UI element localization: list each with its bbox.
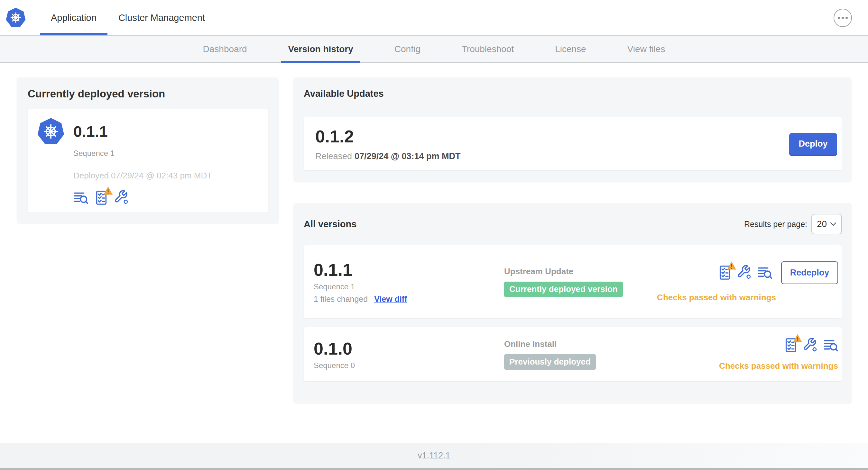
update-version-number: 0.1.2 (315, 126, 789, 146)
tab-application-label: Application (51, 12, 96, 23)
currently-deployed-title: Currently deployed version (28, 88, 268, 100)
results-per-page-select[interactable]: 20 (811, 214, 842, 234)
version-source: Upstream Update (504, 267, 657, 276)
subnav-troubleshoot[interactable]: Troubleshoot (441, 36, 534, 62)
row-sequence: Sequence 1 (314, 282, 504, 291)
warning-triangle-icon (103, 186, 113, 195)
row-sequence: Sequence 0 (314, 361, 504, 370)
checks-status-text: Checks passed with warnings (657, 293, 776, 303)
ellipsis-icon (838, 17, 840, 19)
admin-console-page: Application Cluster Management Dashboard… (0, 0, 868, 470)
tab-cluster-management[interactable]: Cluster Management (107, 0, 216, 35)
preflight-checks-warning-icon[interactable] (717, 265, 732, 280)
console-version: v1.112.1 (417, 451, 451, 461)
preflight-checks-warning-icon[interactable] (94, 190, 109, 205)
row-version-number: 0.1.0 (314, 338, 504, 359)
results-per-page-label: Results per page: (744, 220, 807, 229)
current-version-number: 0.1.1 (73, 123, 108, 140)
wrench-config-icon[interactable] (737, 265, 752, 280)
subnav-license[interactable]: License (534, 36, 607, 62)
more-options-button[interactable] (834, 9, 852, 27)
checks-status-text: Checks passed with warnings (719, 361, 838, 371)
warning-triangle-icon (793, 334, 802, 343)
warning-triangle-icon (727, 261, 736, 270)
all-versions-panel: All versions Results per page: 20 0.1.1 … (293, 203, 851, 403)
available-update-card: 0.1.2 Released07/29/24 @ 03:14 pm MDT De… (304, 117, 842, 170)
row-version-number: 0.1.1 (314, 260, 504, 280)
kubernetes-logo (6, 8, 26, 28)
deploy-button[interactable]: Deploy (789, 133, 837, 155)
released-label: Released (315, 152, 352, 161)
current-version-deployed-date: Deployed 07/29/24 @ 02:43 pm MDT (73, 171, 259, 181)
results-per-page-value: 20 (817, 219, 827, 229)
files-changed-label: 1 files changed (314, 295, 368, 304)
available-updates-panel: Available Updates 0.1.2 Released07/29/24… (293, 77, 851, 182)
app-subnav: Dashboard Version history Config Trouble… (0, 35, 868, 63)
available-updates-title: Available Updates (304, 89, 842, 99)
subnav-view-files[interactable]: View files (607, 36, 686, 62)
released-date: 07/29/24 @ 03:14 pm MDT (354, 152, 460, 161)
preflight-checks-warning-icon[interactable] (783, 338, 798, 352)
current-version-sequence: Sequence 1 (73, 149, 259, 158)
diff-logs-icon[interactable] (757, 265, 772, 280)
status-badge: Previously deployed (504, 354, 596, 370)
tab-application[interactable]: Application (40, 0, 107, 35)
subnav-version-history[interactable]: Version history (268, 36, 374, 62)
version-source: Online Install (504, 339, 719, 349)
main-content: Currently deployed version 0.1.1 (0, 63, 868, 443)
subnav-dashboard[interactable]: Dashboard (182, 36, 268, 62)
app-footer: v1.112.1 (0, 443, 868, 470)
subnav-config[interactable]: Config (374, 36, 441, 62)
all-versions-title: All versions (304, 219, 356, 230)
redeploy-button[interactable]: Redeploy (781, 261, 838, 284)
version-row-0-1-0: 0.1.0 Sequence 0 Online Install Previous… (304, 327, 842, 381)
diff-logs-icon[interactable] (823, 338, 838, 352)
view-diff-link[interactable]: View diff (374, 295, 407, 304)
header-tabs: Application Cluster Management (40, 0, 216, 35)
wrench-config-icon[interactable] (115, 190, 129, 205)
status-badge: Currently deployed version (504, 281, 623, 297)
tab-cluster-management-label: Cluster Management (118, 12, 205, 23)
wrench-config-icon[interactable] (803, 338, 818, 352)
currently-deployed-card: 0.1.1 Sequence 1 Deployed 07/29/24 @ 02:… (28, 109, 268, 212)
app-icon-kubernetes (37, 118, 64, 145)
currently-deployed-panel: Currently deployed version 0.1.1 (17, 77, 279, 224)
chevron-down-icon (830, 222, 836, 226)
app-header: Application Cluster Management (0, 0, 868, 35)
diff-logs-icon[interactable] (73, 190, 88, 205)
version-row-0-1-1: 0.1.1 Sequence 1 1 files changed View di… (304, 245, 842, 318)
